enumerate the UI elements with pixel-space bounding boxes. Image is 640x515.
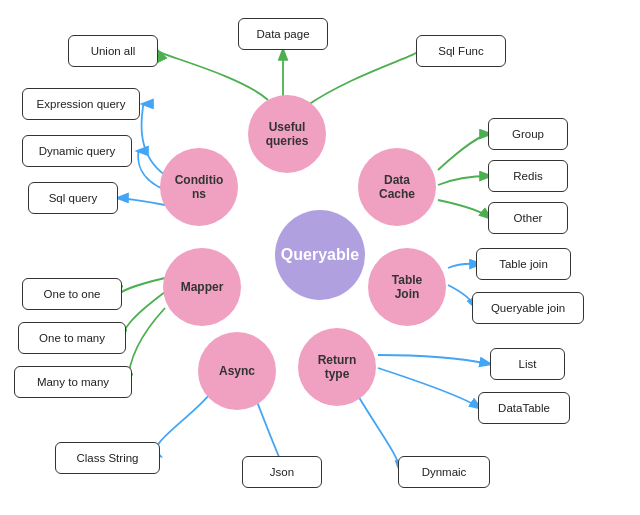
other-box: Other	[488, 202, 568, 234]
class-string-box: Class String	[55, 442, 160, 474]
list-box: List	[490, 348, 565, 380]
dynamic-query-box: Dynamic query	[22, 135, 132, 167]
conditions-node: Conditio ns	[160, 148, 238, 226]
expression-query-box: Expression query	[22, 88, 140, 120]
sql-query-box: Sql query	[28, 182, 118, 214]
dynmaic-box: Dynmaic	[398, 456, 490, 488]
datatable-box: DataTable	[478, 392, 570, 424]
table-join-node: Table Join	[368, 248, 446, 326]
group-box: Group	[488, 118, 568, 150]
mind-map-diagram: Queryable Useful queries Data Cache Tabl…	[0, 0, 640, 515]
redis-box: Redis	[488, 160, 568, 192]
one-to-many-box: One to many	[18, 322, 126, 354]
one-to-one-box: One to one	[22, 278, 122, 310]
queryable-join-box: Queryable join	[472, 292, 584, 324]
sql-func-box: Sql Func	[416, 35, 506, 67]
center-node: Queryable	[275, 210, 365, 300]
many-to-many-box: Many to many	[14, 366, 132, 398]
data-cache-node: Data Cache	[358, 148, 436, 226]
async-node: Async	[198, 332, 276, 410]
data-page-box: Data page	[238, 18, 328, 50]
useful-queries-node: Useful queries	[248, 95, 326, 173]
json-box: Json	[242, 456, 322, 488]
table-join-box: Table join	[476, 248, 571, 280]
mapper-node: Mapper	[163, 248, 241, 326]
union-all-box: Union all	[68, 35, 158, 67]
return-type-node: Return type	[298, 328, 376, 406]
